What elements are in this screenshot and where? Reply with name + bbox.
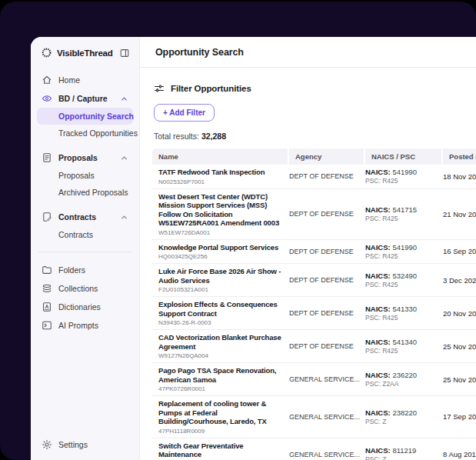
opportunity-agency: DEPT OF DEFENSE	[289, 276, 364, 284]
posted-date: 21 Nov 2025	[443, 210, 476, 218]
opportunity-agency: DEPT OF DEFENSE	[289, 172, 364, 180]
logo-row: VisibleThread	[31, 37, 139, 65]
sidebar-item-opportunity-search[interactable]: Opportunity Search	[37, 108, 133, 125]
opportunity-name[interactable]: TATF Redwood Tank Inspection	[158, 168, 281, 177]
chevron-up-icon[interactable]	[120, 95, 128, 103]
sidebar-item-proposals[interactable]: Proposals	[37, 167, 133, 184]
naics-label: NAICS:	[365, 305, 391, 313]
psc-value: PSC: R425	[365, 215, 441, 222]
naics-label: NAICS:	[365, 168, 391, 176]
opportunity-id: W9127N26QA004	[158, 352, 281, 359]
posted-date: 17 Sep 2018	[443, 412, 476, 421]
opportunity-agency: DEPT OF DEFENSE	[289, 342, 364, 350]
opportunity-name[interactable]: West Desert Test Center (WDTC) Mission S…	[158, 192, 281, 228]
posted-date: 25 Nov 2025	[443, 375, 476, 384]
opportunity-id: F2U0105321A001	[158, 286, 281, 293]
opportunity-name[interactable]: Explosion Effects & Consequences Support…	[158, 300, 281, 318]
opportunity-id: 47PK0726R0001	[158, 385, 281, 392]
psc-value: PSC: R425	[365, 252, 441, 260]
opportunity-agency: GENERAL SERVICE...	[289, 375, 364, 383]
sidebar-divider	[38, 252, 131, 252]
sidebar-item-archived-proposals[interactable]: Archived Proposals	[37, 184, 133, 201]
page-title: Opportunity Search	[155, 47, 244, 58]
posted-date: 20 Nov 2025	[443, 309, 476, 318]
naics-value: 238220	[392, 408, 417, 417]
main-panel: Opportunity Search Filter Opportunities …	[140, 37, 476, 460]
total-results-label: Total results:	[154, 132, 199, 141]
opportunity-name[interactable]: Replacement of cooling tower & Pumps at …	[158, 399, 281, 426]
collapse-sidebar-icon[interactable]	[119, 48, 130, 58]
table-row[interactable]: CAD Vectorization Blanket Purchase Agree…	[152, 330, 476, 363]
sidebar-item-tracked-opportunities[interactable]: Tracked Opportunities	[37, 125, 133, 142]
contract-icon	[42, 212, 52, 222]
page-header: Opportunity Search	[140, 37, 476, 68]
home-icon	[42, 75, 52, 85]
opportunity-name[interactable]: Pago Pago TSA Space Renovation, American…	[158, 366, 281, 384]
psc-value: PSC: R425	[365, 177, 441, 185]
psc-value: PSC: R425	[365, 314, 441, 322]
chevron-up-icon[interactable]	[120, 213, 128, 222]
filter-section-header: Filter Opportunities	[154, 83, 476, 94]
document-icon	[42, 152, 52, 163]
posted-date: 18 Nov 2025	[443, 172, 476, 181]
visiblethread-logo-icon	[41, 47, 52, 58]
sidebar-item-contracts[interactable]: Contracts	[37, 226, 133, 243]
table-row[interactable]: Replacement of cooling tower & Pumps at …	[152, 396, 476, 438]
sidebar-item-settings[interactable]: Settings	[31, 432, 139, 460]
sidebar-item-proposals[interactable]: Proposals	[37, 148, 133, 167]
chevron-up-icon[interactable]	[120, 154, 128, 162]
psc-value: PSC: Z	[365, 418, 441, 425]
psc-value: PSC: Z2AA	[365, 380, 441, 388]
naics-value: 811219	[392, 446, 416, 455]
sidebar-nav: Home BD / Capture Opportunity Search Tra…	[31, 65, 139, 432]
posted-date: 25 Nov 2025	[443, 342, 476, 351]
table-row[interactable]: Explosion Effects & Consequences Support…	[152, 297, 476, 330]
naics-label: NAICS:	[365, 205, 391, 214]
naics-value: 541990	[392, 243, 417, 252]
table-row[interactable]: Luke Air Force Base 2026 Air Show - Audi…	[152, 264, 476, 297]
sidebar: VisibleThread Home BD / Capture Opportun…	[31, 37, 140, 460]
sidebar-item-home[interactable]: Home	[37, 71, 133, 89]
table-row[interactable]: West Desert Test Center (WDTC) Mission S…	[152, 189, 476, 240]
posted-date: 16 Sep 2025	[443, 247, 476, 255]
table-row[interactable]: TATF Redwood Tank Inspection N0025326P70…	[152, 165, 476, 189]
opportunity-agency: DEPT OF DEFENSE	[289, 210, 364, 218]
table-body: TATF Redwood Tank Inspection N0025326P70…	[152, 165, 476, 460]
sidebar-item-ai-prompts[interactable]: AI Prompts	[37, 316, 133, 335]
sidebar-item-dictionaries[interactable]: Dictionaries	[37, 298, 133, 316]
column-header-posted-date[interactable]: Posted Date	[443, 148, 476, 165]
opportunity-name[interactable]: CAD Vectorization Blanket Purchase Agree…	[158, 333, 281, 351]
table-row[interactable]: Pago Pago TSA Space Renovation, American…	[152, 363, 476, 396]
naics-label: NAICS:	[365, 371, 391, 379]
settings-label: Settings	[58, 440, 88, 449]
opportunity-id: 47PH1118R0009	[158, 428, 281, 435]
gear-icon	[42, 439, 52, 450]
sidebar-item-bd-capture[interactable]: BD / Capture	[37, 89, 133, 108]
psc-value: PSC: Z	[365, 455, 441, 460]
column-header-agency[interactable]: Agency	[289, 148, 364, 165]
prompt-icon	[42, 320, 52, 331]
book-icon	[42, 302, 52, 312]
opportunity-name[interactable]: Knowledge Portal Support Services	[158, 243, 281, 252]
sidebar-item-folders[interactable]: Folders	[37, 261, 133, 279]
naics-label: NAICS:	[365, 272, 391, 280]
opportunity-name[interactable]: Switch Gear Preventative Maintenance	[158, 442, 281, 459]
add-filter-button[interactable]: + Add Filter	[154, 104, 215, 122]
opportunity-agency: GENERAL SERVICE...	[289, 451, 364, 458]
sidebar-item-collections[interactable]: Collections	[37, 279, 133, 298]
opportunities-table: Name Agency NAICS / PSC Posted Date TATF…	[152, 148, 476, 460]
table-row[interactable]: Switch Gear Preventative Maintenance 47P…	[152, 438, 476, 460]
opportunity-name[interactable]: Luke Air Force Base 2026 Air Show - Audi…	[158, 267, 281, 285]
opportunity-agency: DEPT OF DEFENSE	[289, 248, 364, 255]
column-header-name[interactable]: Name	[152, 148, 288, 165]
total-results-value: 32,288	[201, 132, 226, 141]
naics-value: 541330	[392, 305, 417, 313]
posted-date: 8 Aug 2019	[443, 450, 476, 458]
opportunity-agency: DEPT OF DEFENSE	[289, 309, 364, 317]
folder-icon	[42, 265, 52, 275]
naics-label: NAICS:	[365, 446, 391, 455]
table-row[interactable]: Knowledge Portal Support Services HQ0034…	[152, 240, 476, 265]
column-header-naics-psc[interactable]: NAICS / PSC	[365, 148, 441, 165]
eye-icon	[42, 93, 52, 104]
sidebar-item-contracts[interactable]: Contracts	[37, 208, 133, 226]
